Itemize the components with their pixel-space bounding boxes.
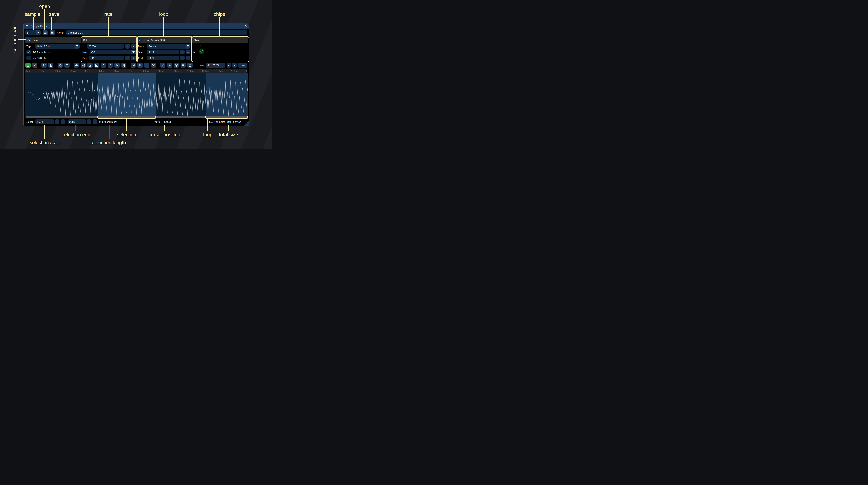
resize-icon — [42, 64, 46, 67]
loop-mode-dropdown[interactable] — [186, 44, 190, 48]
ruler-tick: 30ms — [70, 70, 75, 72]
no-brr-filters-label: no BRR filters — [33, 57, 49, 60]
zoom-reset-button[interactable]: 100% — [238, 63, 247, 68]
zoom-field[interactable]: 41.1672% — [206, 63, 225, 68]
fade-in-button[interactable] — [87, 63, 93, 68]
resample-button[interactable] — [48, 63, 54, 68]
note-selector[interactable]: C-7 — [90, 50, 136, 55]
note-value: C-7 — [90, 50, 131, 55]
selection-start-field[interactable]: 1654 — [35, 119, 54, 124]
toolbar-groups — [25, 63, 197, 68]
delete-icon — [116, 64, 119, 67]
selection-start-minus-button[interactable]: - — [55, 119, 59, 124]
loop-enabled-checkbox[interactable] — [138, 38, 142, 42]
waveform-view[interactable] — [25, 73, 248, 116]
normalize-button[interactable] — [81, 63, 86, 68]
import-button[interactable] — [187, 63, 192, 68]
zoom-out-button[interactable]: - — [226, 63, 231, 68]
fade-out-button[interactable] — [94, 63, 99, 68]
redo-button[interactable] — [64, 63, 70, 68]
type-selector[interactable]: 16-bit PCM — [35, 44, 80, 48]
hz-minus-button[interactable]: - — [125, 44, 130, 48]
open-button[interactable] — [42, 30, 48, 35]
desktop-background: Sample Editor × 6 Name Clarinet DQV Info… — [0, 0, 272, 149]
reverse-icon — [132, 64, 135, 67]
reverse-button[interactable] — [130, 63, 136, 68]
filter-button[interactable] — [151, 63, 156, 68]
hz-plus-button[interactable]: + — [131, 44, 136, 48]
zoom-in-button[interactable]: + — [232, 63, 237, 68]
undo-button[interactable] — [58, 63, 63, 68]
close-button[interactable]: × — [244, 23, 247, 28]
loop-start-minus-button[interactable]: - — [180, 50, 185, 55]
loop-start-plus-button[interactable]: + — [186, 50, 190, 55]
name-label: Name — [57, 31, 64, 34]
time-ruler: 0ms10ms20ms30ms40ms50ms60ms70ms80ms90ms1… — [25, 69, 247, 73]
ruler-tick: 60ms — [114, 70, 119, 72]
titlebar[interactable]: Sample Editor × — [24, 24, 249, 29]
insert-silence-button[interactable] — [101, 63, 106, 68]
chevron-down-icon — [37, 32, 39, 33]
waveform-scrollbar[interactable] — [25, 116, 248, 118]
note-selector-dropdown[interactable] — [131, 50, 136, 55]
ruler-tick: 50ms — [99, 70, 105, 72]
loop-end-plus-button[interactable]: + — [186, 56, 190, 60]
loop-mode-selector[interactable]: Forward — [147, 44, 190, 48]
type-selector-dropdown[interactable] — [75, 44, 80, 48]
toolbar-group — [41, 63, 54, 68]
resize-button[interactable] — [41, 63, 47, 68]
ruler-tick: 100ms — [173, 70, 179, 72]
annotation-loop-bottom-label: loop — [203, 132, 213, 137]
loop-start-field[interactable]: 4112 — [147, 50, 179, 55]
fine-field[interactable]: -11 — [89, 56, 124, 60]
fade-out-icon — [95, 64, 98, 67]
selection-end-value: 2983 — [69, 120, 75, 123]
stop-button[interactable] — [181, 63, 186, 68]
waveform-plot — [25, 73, 248, 116]
edit-draw-button[interactable] — [32, 63, 37, 68]
window-collapse-icon[interactable] — [26, 25, 28, 27]
check-icon — [138, 38, 142, 42]
fade-in-icon — [88, 64, 92, 67]
waveform-scroll-track[interactable] — [25, 116, 248, 118]
chevron-up-icon — [27, 38, 30, 42]
brr-emphasis-checkbox[interactable] — [26, 50, 31, 54]
apply-silence-button[interactable] — [107, 63, 113, 68]
selection-end-field[interactable]: 2983 — [68, 119, 86, 124]
rate-panel-title: Rate — [83, 38, 89, 41]
ruler-tick: 80ms — [143, 70, 149, 72]
name-field[interactable]: Clarinet DQV — [66, 30, 247, 35]
collapse-bar-button[interactable] — [26, 38, 31, 42]
insert-silence-icon — [102, 64, 105, 67]
selection-end-plus-button[interactable]: + — [93, 119, 97, 124]
fine-minus-button[interactable]: - — [125, 56, 130, 60]
status-bar: Select 1654 - + 2983 - + (1329 samples) … — [25, 119, 247, 124]
play-loop-button[interactable] — [174, 63, 179, 68]
crossfade-button[interactable] — [160, 63, 165, 68]
fine-value: -11 — [91, 57, 94, 60]
ruler-tick: 150 — [246, 70, 247, 72]
trim-button[interactable] — [121, 63, 126, 68]
chip-a-enabled-checkbox[interactable] — [199, 49, 204, 54]
hz-field[interactable]: 33286 — [87, 44, 124, 48]
fine-plus-button[interactable]: + — [131, 56, 136, 60]
sample-selector[interactable]: 6 — [25, 30, 41, 35]
delete-button[interactable] — [115, 63, 120, 68]
sample-selector-dropdown[interactable] — [36, 30, 41, 35]
ruler-tick: 120ms — [202, 70, 209, 72]
amplify-button[interactable] — [74, 63, 79, 68]
no-brr-filters-checkbox[interactable] — [26, 56, 31, 60]
selection-end-minus-button[interactable]: - — [87, 119, 91, 124]
loop-end-minus-button[interactable]: - — [180, 56, 185, 60]
toolbar-group — [58, 63, 70, 68]
edit-select-button[interactable] — [25, 63, 31, 68]
loop-panel-header: Loop (length: 960) — [137, 37, 191, 43]
chips-panel-title: Chips — [193, 38, 200, 41]
sign-button[interactable] — [144, 63, 149, 68]
window-resize-grip[interactable] — [244, 121, 249, 126]
play-button[interactable] — [167, 63, 172, 68]
save-button[interactable] — [50, 30, 55, 35]
loop-end-field[interactable]: 5072 — [147, 56, 179, 60]
selection-start-plus-button[interactable]: + — [61, 119, 65, 124]
invert-button[interactable] — [137, 63, 143, 68]
